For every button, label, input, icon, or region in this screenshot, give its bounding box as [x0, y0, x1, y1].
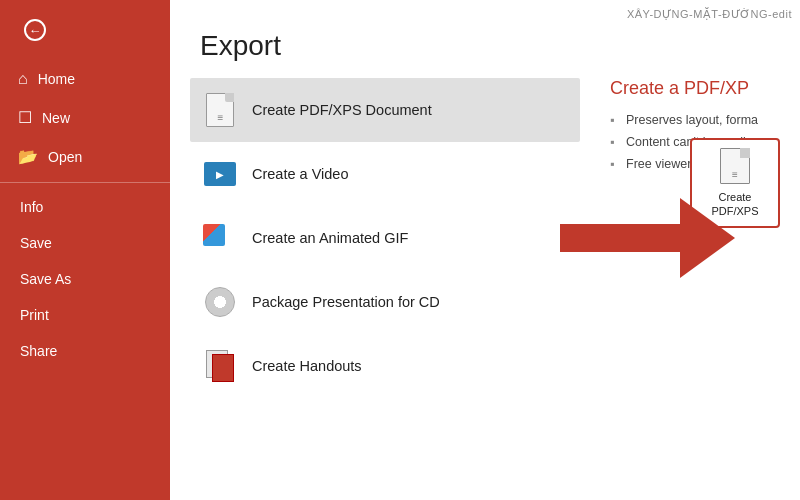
export-options-list: Create PDF/XPS Document Create a Video C…	[170, 78, 590, 500]
sidebar-item-info[interactable]: Info	[0, 189, 170, 225]
sidebar-save-label: Save	[20, 235, 52, 251]
home-icon: ⌂	[18, 70, 28, 88]
sidebar-save-as-label: Save As	[20, 271, 71, 287]
sidebar-item-save[interactable]: Save	[0, 225, 170, 261]
watermark-text: XÂY-DỰNG-MẶT-ĐƯỜNG-edit	[627, 8, 792, 21]
sidebar-new-label: New	[42, 110, 70, 126]
sidebar-item-home[interactable]: ⌂ Home	[0, 60, 170, 98]
export-gif-label: Create an Animated GIF	[252, 230, 408, 246]
sidebar-print-label: Print	[20, 307, 49, 323]
export-option-video[interactable]: Create a Video	[190, 142, 580, 206]
right-panel: Create a PDF/XP Preserves layout, forma …	[590, 78, 800, 500]
content-area: Create PDF/XPS Document Create a Video C…	[170, 78, 800, 500]
sidebar-share-label: Share	[20, 343, 57, 359]
export-option-pdf[interactable]: Create PDF/XPS Document	[190, 78, 580, 142]
sidebar-divider	[0, 182, 170, 183]
video-icon	[202, 156, 238, 192]
main-content: XÂY-DỰNG-MẶT-ĐƯỜNG-edit Export Create PD…	[170, 0, 800, 500]
export-cd-label: Package Presentation for CD	[252, 294, 440, 310]
export-handouts-label: Create Handouts	[252, 358, 362, 374]
handouts-icon	[202, 348, 238, 384]
sidebar-info-label: Info	[20, 199, 43, 215]
export-option-handouts[interactable]: Create Handouts	[190, 334, 580, 398]
sidebar-item-new[interactable]: ☐ New	[0, 98, 170, 137]
sidebar: ← ⌂ Home ☐ New 📂 Open Info Save Save As …	[0, 0, 170, 500]
export-video-label: Create a Video	[252, 166, 348, 182]
sidebar-item-share[interactable]: Share	[0, 333, 170, 369]
bullet-1: Preserves layout, forma	[610, 113, 780, 127]
create-box-pdf-icon	[720, 148, 750, 184]
cd-icon	[202, 284, 238, 320]
back-button[interactable]: ←	[15, 10, 55, 50]
sidebar-open-label: Open	[48, 149, 82, 165]
sidebar-item-open[interactable]: 📂 Open	[0, 137, 170, 176]
export-option-cd[interactable]: Package Presentation for CD	[190, 270, 580, 334]
back-arrow-icon: ←	[24, 19, 46, 41]
sidebar-item-print[interactable]: Print	[0, 297, 170, 333]
export-option-gif[interactable]: Create an Animated GIF	[190, 206, 580, 270]
open-icon: 📂	[18, 147, 38, 166]
pdf-icon	[202, 92, 238, 128]
new-icon: ☐	[18, 108, 32, 127]
right-panel-title: Create a PDF/XP	[610, 78, 780, 99]
sidebar-item-save-as[interactable]: Save As	[0, 261, 170, 297]
export-pdf-label: Create PDF/XPS Document	[252, 102, 432, 118]
gif-icon	[202, 220, 238, 256]
sidebar-home-label: Home	[38, 71, 75, 87]
arrow-graphic	[530, 198, 735, 278]
